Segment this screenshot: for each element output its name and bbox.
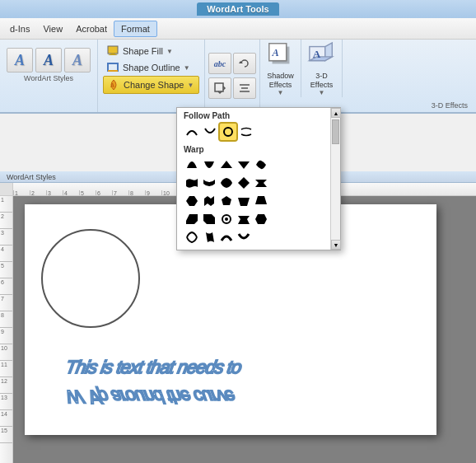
warp-btn-5[interactable] xyxy=(253,157,269,173)
shape-outline-arrow: ▼ xyxy=(184,64,190,72)
svg-marker-24 xyxy=(255,196,267,204)
scroll-up-btn[interactable]: ▲ xyxy=(331,108,341,118)
change-shape-icon: A xyxy=(107,78,120,91)
shape-reverse-arc[interactable] xyxy=(238,124,254,140)
wordart-styles-label: WordArt Styles xyxy=(24,74,73,82)
follow-path-shapes xyxy=(177,122,330,142)
align-btn[interactable] xyxy=(233,77,256,99)
change-shape-btn[interactable]: A Change Shape ▼ xyxy=(103,76,199,94)
shape-outline-btn[interactable]: Shape Outline ▼ xyxy=(103,59,199,76)
warp-row-1 xyxy=(177,156,330,174)
warp-row-3 xyxy=(177,192,330,210)
position-btn[interactable] xyxy=(208,77,231,99)
warp-btn-3[interactable] xyxy=(218,157,235,173)
shape-arch-up[interactable] xyxy=(184,124,200,140)
shadow-icon: A xyxy=(266,40,296,71)
follow-path-label: Follow Path xyxy=(177,108,330,122)
wordart-style-3[interactable]: A xyxy=(64,48,91,72)
abc-label: abc xyxy=(214,59,226,68)
outline-icon xyxy=(106,61,119,74)
warp-btn-4[interactable] xyxy=(236,157,252,173)
warp-row-4 xyxy=(177,210,330,228)
svg-marker-18 xyxy=(221,161,232,168)
shape-circle-selected[interactable] xyxy=(220,124,236,140)
dropdown-scrollbar[interactable]: ▲ ▼ xyxy=(330,108,340,250)
warp-btn-16[interactable] xyxy=(184,211,200,227)
menu-acrobat[interactable]: Acrobat xyxy=(69,21,114,36)
bottom-buttons xyxy=(208,77,256,99)
rotate-btn[interactable] xyxy=(233,53,256,74)
title-bar: WordArt Tools xyxy=(0,0,476,18)
warp-btn-20[interactable] xyxy=(253,211,269,227)
threed-effects-icon-area: A xyxy=(307,40,337,70)
warp-btn-11[interactable] xyxy=(184,193,200,209)
abc-button[interactable]: abc xyxy=(208,53,231,74)
warp-btn-1[interactable] xyxy=(184,157,200,173)
rotate-icon xyxy=(238,57,251,70)
svg-point-27 xyxy=(225,217,228,221)
warp-btn-19[interactable] xyxy=(236,211,252,227)
shadow-effects-arrow: ▼ xyxy=(278,89,284,96)
svg-marker-20 xyxy=(238,177,250,189)
menu-format[interactable]: Format xyxy=(114,21,157,37)
follow-path-section: Follow Path xyxy=(177,108,330,142)
svg-rect-1 xyxy=(108,63,118,71)
warp-btn-14[interactable] xyxy=(236,193,252,209)
threed-effects-label: 3-DEffects xyxy=(310,72,333,90)
text-options-group: Shape Fill ▼ Shape Outline ▼ A Change Sh… xyxy=(98,40,205,112)
ruler-vertical: 1 2 3 4 5 6 7 8 9 10 11 12 13 14 15 xyxy=(0,196,13,463)
warp-btn-13[interactable] xyxy=(218,193,235,209)
menu-view[interactable]: View xyxy=(36,21,69,36)
shadow-effects-label: ShadowEffects xyxy=(267,72,294,90)
warp-btn-2[interactable] xyxy=(201,157,217,173)
svg-text:A: A xyxy=(271,47,278,58)
shape-arch-down[interactable] xyxy=(202,124,218,140)
warp-btn-17[interactable] xyxy=(201,211,217,227)
warp-row-2 xyxy=(177,174,330,192)
warp-btn-24[interactable] xyxy=(236,229,252,246)
warp-btn-12[interactable] xyxy=(201,193,217,209)
svg-marker-26 xyxy=(203,214,215,224)
wordart-line-2: W ∀p around the curve xyxy=(64,386,431,407)
svg-point-17 xyxy=(224,128,232,136)
threed-effects-arrow: ▼ xyxy=(319,89,325,96)
wordart-style-2[interactable]: A xyxy=(35,48,62,72)
shape-fill-arrow: ▼ xyxy=(166,48,173,55)
warp-btn-7[interactable] xyxy=(201,175,217,191)
ruler-corner xyxy=(0,183,13,195)
svg-marker-23 xyxy=(238,198,250,206)
wordart-line-1: This is text that needs to xyxy=(64,357,431,378)
warp-btn-23[interactable] xyxy=(218,229,235,246)
change-shape-label: Change Shape xyxy=(124,80,184,90)
scroll-down-btn[interactable]: ▼ xyxy=(331,240,341,250)
3d-effects-group-label: 3-D Effects xyxy=(432,101,468,110)
svg-text:A: A xyxy=(312,48,320,60)
warp-btn-8[interactable] xyxy=(218,175,235,191)
wordart-style-1[interactable]: A xyxy=(7,48,33,72)
warp-btn-15[interactable] xyxy=(253,193,269,209)
wordart-text-container-1: This is text that needs to xyxy=(66,357,428,378)
circle-shape xyxy=(41,229,140,328)
svg-marker-29 xyxy=(255,214,267,224)
warp-btn-6[interactable] xyxy=(184,175,200,191)
svg-marker-22 xyxy=(186,196,198,206)
shape-fill-btn[interactable]: Shape Fill ▼ xyxy=(103,43,199,59)
svg-marker-25 xyxy=(186,214,198,224)
menu-addins[interactable]: d-Ins xyxy=(3,21,36,36)
wordart-text-container-2: W ∀p around the curve xyxy=(66,386,428,407)
fill-icon xyxy=(106,44,119,58)
warp-btn-21[interactable] xyxy=(184,229,200,246)
threed-effects-btn[interactable]: A 3-DEffects ▼ xyxy=(301,40,343,97)
svg-marker-19 xyxy=(238,161,250,169)
scroll-thumb[interactable] xyxy=(332,119,339,144)
warp-btn-9[interactable] xyxy=(236,175,252,191)
shadow-effects-btn[interactable]: A ShadowEffects ▼ xyxy=(260,40,301,97)
position-icon xyxy=(213,82,226,95)
warp-btn-10[interactable] xyxy=(253,175,269,191)
top-buttons: abc xyxy=(208,53,256,74)
svg-text:A: A xyxy=(110,82,114,88)
shape-fill-label: Shape Fill xyxy=(123,46,163,56)
warp-btn-18[interactable] xyxy=(218,211,235,227)
warp-btn-22[interactable] xyxy=(201,229,217,246)
title-label: WordArt Tools xyxy=(197,2,278,16)
